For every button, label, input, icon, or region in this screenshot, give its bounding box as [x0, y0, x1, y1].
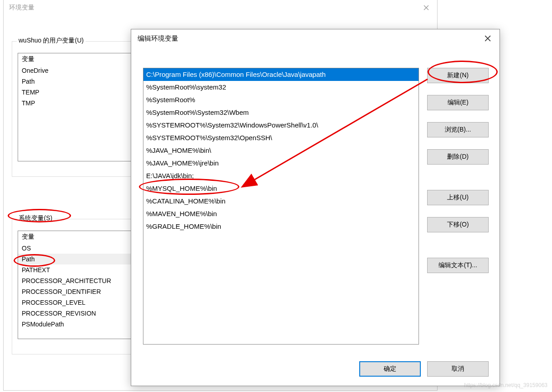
path-entry[interactable]: %JAVA_HOME%\jre\bin [143, 157, 419, 170]
browse-button[interactable]: 浏览(B)... [427, 122, 489, 137]
path-entry[interactable]: %SystemRoot%\system32 [143, 81, 419, 94]
env-title-bar: 环境变量 [4, 0, 437, 16]
path-entry[interactable]: %GRADLE_HOME%\bin [143, 220, 419, 233]
edit-dialog-title-bar: 编辑环境变量 [131, 29, 500, 47]
path-entry[interactable]: %SystemRoot%\System32\Wbem [143, 106, 419, 119]
path-entry[interactable]: %MAVEN_HOME%\bin [143, 208, 419, 220]
env-window-title: 环境变量 [9, 4, 34, 12]
ok-button[interactable]: 确定 [359, 361, 421, 377]
watermark-text: https://blog.csdn.net/qq_39159063 [464, 382, 547, 388]
edit-text-button[interactable]: 编辑文本(T)... [427, 258, 489, 273]
path-entry[interactable]: C:\Program Files (x86)\Common Files\Orac… [143, 68, 419, 81]
edit-dialog-close-button[interactable] [479, 32, 497, 45]
path-entry[interactable]: %SystemRoot% [143, 94, 419, 106]
side-buttons: 新建(N) 编辑(E) 浏览(B)... 删除(D) 上移(U) 下移(O) 编… [427, 68, 489, 273]
edit-environment-variable-dialog: 编辑环境变量 C:\Program Files (x86)\Common Fil… [131, 29, 500, 386]
move-down-button[interactable]: 下移(O) [427, 217, 489, 232]
edit-dialog-title: 编辑环境变量 [138, 34, 178, 43]
env-close-button[interactable] [417, 1, 435, 14]
user-variables-label: wuShuo 的用户变量(U) [17, 37, 86, 45]
path-entry[interactable]: %JAVA_HOME%\bin\ [143, 144, 419, 157]
close-icon [424, 5, 429, 10]
dialog-bottom-buttons: 确定 取消 [359, 361, 489, 377]
delete-button[interactable]: 删除(D) [427, 149, 489, 165]
path-entry[interactable]: %SYSTEMROOT%\System32\WindowsPowerShell\… [143, 119, 419, 132]
path-entry[interactable]: %CATALINA_HOME%\bin [143, 195, 419, 208]
system-variables-label: 系统变量(S) [17, 214, 54, 222]
path-entry[interactable]: E:\JAVA\jdk\bin; [143, 170, 419, 182]
edit-button[interactable]: 编辑(E) [427, 95, 489, 110]
cancel-button[interactable]: 取消 [427, 361, 489, 377]
path-entries-list[interactable]: C:\Program Files (x86)\Common Files\Orac… [143, 68, 419, 345]
close-icon [485, 35, 491, 42]
move-up-button[interactable]: 上移(U) [427, 190, 489, 205]
new-button[interactable]: 新建(N) [427, 68, 489, 83]
path-entry[interactable]: %MYSQL_HOME%\bin [143, 182, 419, 195]
path-entry[interactable]: %SYSTEMROOT%\System32\OpenSSH\ [143, 132, 419, 144]
